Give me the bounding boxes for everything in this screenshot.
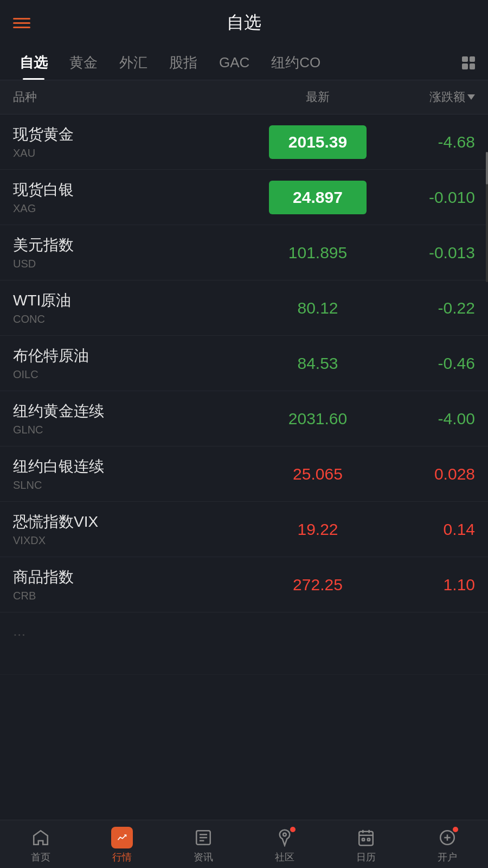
calendar-icon bbox=[355, 827, 377, 848]
instrument-code: USD bbox=[13, 258, 258, 270]
instrument-name: WTI原油 bbox=[13, 290, 258, 311]
page-title: 自选 bbox=[227, 11, 261, 35]
tab-bar: 自选 黄金 外汇 股指 GAC 纽约CO bbox=[0, 46, 488, 80]
instrument-code: CONC bbox=[13, 313, 258, 326]
price-value: 19.22 bbox=[297, 520, 338, 538]
instrument-code: VIXDX bbox=[13, 534, 258, 547]
row-name-col: 美元指数 USD bbox=[13, 235, 258, 270]
grid-view-button[interactable] bbox=[458, 52, 479, 74]
instrument-name: 布伦特原油 bbox=[13, 346, 258, 366]
sort-arrow-icon bbox=[467, 94, 475, 100]
row-price-col: 272.25 bbox=[258, 576, 377, 594]
table-row[interactable]: ... bbox=[0, 612, 488, 675]
row-change-col: -0.46 bbox=[377, 354, 475, 373]
row-name-col: 纽约白银连续 SLNC bbox=[13, 456, 258, 492]
header: 自选 bbox=[0, 0, 488, 46]
table-row[interactable]: 恐慌指数VIX VIXDX 19.22 0.14 bbox=[0, 502, 488, 557]
nav-open-account[interactable]: 开户 bbox=[407, 827, 488, 864]
instrument-name: 纽约白银连续 bbox=[13, 456, 258, 477]
tab-niuyue[interactable]: 纽约CO bbox=[260, 46, 331, 80]
row-name-col: 现货黄金 XAU bbox=[13, 124, 258, 159]
svg-rect-9 bbox=[362, 838, 364, 840]
col-change-header: 涨跌额 bbox=[377, 89, 475, 105]
price-value: 25.065 bbox=[293, 465, 343, 483]
change-value: -0.46 bbox=[438, 354, 475, 372]
nav-calendar[interactable]: 日历 bbox=[325, 827, 407, 864]
table-row[interactable]: 纽约黄金连续 GLNC 2031.60 -4.00 bbox=[0, 391, 488, 446]
col-name-header: 品种 bbox=[13, 89, 258, 105]
nav-community[interactable]: 社区 bbox=[244, 827, 325, 864]
change-value: -0.013 bbox=[429, 244, 475, 261]
change-value: -4.00 bbox=[438, 410, 475, 427]
change-value: -0.22 bbox=[438, 299, 475, 317]
instrument-name: 纽约黄金连续 bbox=[13, 401, 258, 422]
row-name-col: 现货白银 XAG bbox=[13, 180, 258, 215]
price-value: 2031.60 bbox=[288, 410, 347, 427]
row-price-col: 24.897 bbox=[258, 181, 377, 214]
instrument-code: GLNC bbox=[13, 424, 258, 436]
row-name-col: 布伦特原油 OILC bbox=[13, 346, 258, 381]
table-row[interactable]: 布伦特原油 OILC 84.53 -0.46 bbox=[0, 336, 488, 391]
table-row[interactable]: 现货白银 XAG 24.897 -0.010 bbox=[0, 170, 488, 225]
row-price-col: 19.22 bbox=[258, 520, 377, 539]
row-price-col: 2031.60 bbox=[258, 410, 377, 428]
menu-button[interactable] bbox=[13, 18, 30, 28]
instrument-code: XAU bbox=[13, 147, 258, 159]
price-value: 24.897 bbox=[269, 181, 367, 214]
row-change-col: 0.028 bbox=[377, 465, 475, 483]
row-change-col: 1.10 bbox=[377, 576, 475, 594]
nav-calendar-label: 日历 bbox=[356, 851, 376, 864]
table-row[interactable]: 纽约白银连续 SLNC 25.065 0.028 bbox=[0, 446, 488, 502]
price-value: 272.25 bbox=[293, 576, 343, 593]
svg-rect-10 bbox=[368, 838, 370, 840]
row-name-col: 商品指数 CRB bbox=[13, 567, 258, 602]
scroll-thumb[interactable] bbox=[486, 152, 488, 184]
row-change-col: -4.00 bbox=[377, 410, 475, 428]
community-icon bbox=[274, 827, 296, 848]
scrollbar[interactable] bbox=[486, 152, 488, 282]
nav-news-label: 资讯 bbox=[194, 851, 213, 864]
instrument-code: XAG bbox=[13, 202, 258, 215]
nav-home[interactable]: 首页 bbox=[0, 827, 81, 864]
open-account-badge bbox=[453, 827, 458, 832]
home-icon bbox=[30, 827, 52, 848]
change-value: 0.14 bbox=[444, 520, 475, 538]
row-name-col: ... bbox=[13, 622, 475, 642]
row-change-col: 0.14 bbox=[377, 520, 475, 539]
row-price-col: 2015.39 bbox=[258, 125, 377, 159]
tab-zixi[interactable]: 自选 bbox=[9, 46, 59, 80]
col-latest-header: 最新 bbox=[258, 89, 377, 105]
instrument-code: CRB bbox=[13, 590, 258, 602]
row-change-col: -0.010 bbox=[377, 188, 475, 207]
nav-community-label: 社区 bbox=[275, 851, 294, 864]
row-name-col: WTI原油 CONC bbox=[13, 290, 258, 326]
table-row[interactable]: 美元指数 USD 101.895 -0.013 bbox=[0, 225, 488, 280]
row-price-col: 101.895 bbox=[258, 244, 377, 262]
market-list: 现货黄金 XAU 2015.39 -4.68 现货白银 XAG 24.897 -… bbox=[0, 114, 488, 675]
nav-news[interactable]: 资讯 bbox=[163, 827, 244, 864]
add-account-icon bbox=[436, 827, 458, 848]
tab-huangjin[interactable]: 黄金 bbox=[59, 46, 108, 80]
nav-market[interactable]: 行情 bbox=[81, 827, 163, 864]
row-name-col: 恐慌指数VIX VIXDX bbox=[13, 512, 258, 547]
nav-home-label: 首页 bbox=[31, 851, 50, 864]
price-value: 101.895 bbox=[288, 244, 347, 261]
instrument-name: 现货白银 bbox=[13, 180, 258, 200]
price-value: 2015.39 bbox=[269, 125, 367, 159]
instrument-name: 美元指数 bbox=[13, 235, 258, 256]
row-change-col: -4.68 bbox=[377, 133, 475, 151]
row-change-col: -0.22 bbox=[377, 299, 475, 317]
table-row[interactable]: 现货黄金 XAU 2015.39 -4.68 bbox=[0, 114, 488, 170]
tab-gac[interactable]: GAC bbox=[208, 47, 260, 79]
bottom-nav: 首页 行情 资讯 bbox=[0, 820, 488, 868]
tab-waihui[interactable]: 外汇 bbox=[108, 46, 158, 80]
row-name-col: 纽约黄金连续 GLNC bbox=[13, 401, 258, 436]
row-price-col: 84.53 bbox=[258, 354, 377, 373]
row-price-col: 25.065 bbox=[258, 465, 377, 483]
row-price-col: 80.12 bbox=[258, 299, 377, 317]
table-row[interactable]: 商品指数 CRB 272.25 1.10 bbox=[0, 557, 488, 612]
price-value: 80.12 bbox=[297, 299, 338, 317]
svg-point-4 bbox=[283, 833, 286, 837]
table-row[interactable]: WTI原油 CONC 80.12 -0.22 bbox=[0, 280, 488, 336]
tab-guzhi[interactable]: 股指 bbox=[158, 46, 208, 80]
